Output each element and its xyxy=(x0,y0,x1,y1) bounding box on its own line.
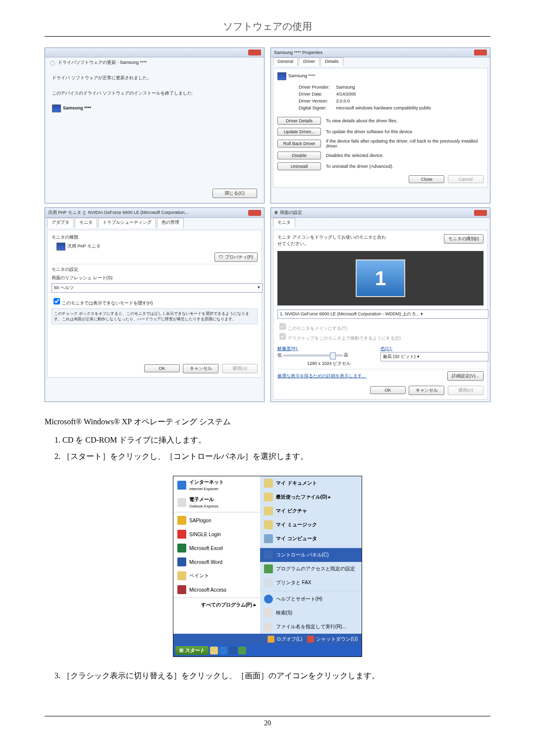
page-number: 20 xyxy=(45,716,490,727)
taskbar-icon[interactable] xyxy=(238,647,246,655)
logoff-button[interactable]: ログオフ(L) xyxy=(268,636,302,643)
ie-icon xyxy=(177,481,186,490)
taskbar-icon[interactable] xyxy=(210,647,218,655)
apply-button: 適用(A) xyxy=(448,386,483,395)
wizard-device-line: このデバイスのドライバ ソフトウェアのインストールを終了しました: xyxy=(52,90,257,97)
cancel-button[interactable]: キャンセル xyxy=(183,364,218,373)
folder-icon xyxy=(264,479,273,488)
tab-color[interactable]: 色の管理 xyxy=(157,218,184,228)
ok-button[interactable]: OK xyxy=(370,386,406,394)
paint-icon xyxy=(177,571,186,580)
excel-icon xyxy=(177,544,186,553)
sm-access[interactable]: Microsoft Access xyxy=(173,583,260,597)
tab-monitor[interactable]: モニタ xyxy=(273,218,295,228)
advanced-link[interactable]: 最適な表示を得るための詳細を表示します。 xyxy=(277,373,367,379)
tab-general[interactable]: General xyxy=(273,57,298,66)
monitor-props-title: 汎用 PnP モニタ と NVIDIA GeForce 6600 LE (Mic… xyxy=(48,209,188,216)
refresh-rate-select[interactable]: 60 ヘルツ▾ xyxy=(52,283,263,293)
tab-driver[interactable]: Driver xyxy=(299,57,320,66)
resolution-value: 1280 x 1024 ピクセル xyxy=(277,358,380,367)
os-heading: Microsoft® Windows® XP オペレーティング システム xyxy=(45,417,490,427)
sm-search[interactable]: 検索(S) xyxy=(260,606,362,620)
driver-props-title: Samsung **** Properties xyxy=(274,50,322,55)
uninstall-button[interactable]: Uninstall xyxy=(277,162,321,170)
adapter-select[interactable]: 1. NVIDIA GeForce 6600 LE (Microsoft Cor… xyxy=(277,309,488,319)
sm-word[interactable]: Microsoft Word xyxy=(173,555,260,569)
tab-troubleshoot[interactable]: トラブルシューティング xyxy=(98,218,156,228)
uninstall-desc: To uninstall the driver (Advanced). xyxy=(326,164,393,169)
sm-my-documents[interactable]: マイ ドキュメント xyxy=(260,476,362,490)
tab-monitor[interactable]: モニタ xyxy=(75,218,97,228)
close-icon[interactable] xyxy=(474,50,487,55)
sm-paint[interactable]: ペイント xyxy=(173,569,260,583)
sm-my-pictures[interactable]: マイ ピクチャ xyxy=(260,504,362,518)
wizard-close-button[interactable]: 閉じる(C) xyxy=(213,189,257,198)
monitor-device-name: 汎用 PnP モニタ xyxy=(67,244,101,249)
main-monitor-checkbox xyxy=(279,323,286,330)
advanced-button[interactable]: 詳細設定(V)... xyxy=(447,371,484,381)
page-title: ソフトウェアの使用 xyxy=(45,20,490,37)
identify-button[interactable]: モニタの識別(I) xyxy=(444,234,484,244)
taskbar-icon[interactable] xyxy=(219,647,227,655)
sm-control-panel[interactable]: コントロール パネル(C) xyxy=(260,548,362,562)
shutdown-button[interactable]: シャットダウン(U) xyxy=(307,636,358,643)
help-icon xyxy=(264,595,273,604)
sm-single-login[interactable]: SINGLE Login xyxy=(173,527,260,541)
logoff-icon xyxy=(268,636,274,643)
sm-run[interactable]: ファイル名を指定して実行(R)... xyxy=(260,620,362,634)
sm-my-computer[interactable]: マイ コンピュータ xyxy=(260,532,362,546)
close-icon[interactable] xyxy=(248,210,261,216)
driver-properties-dialog: Samsung **** Properties General Driver D… xyxy=(270,48,490,203)
hide-modes-checkbox[interactable] xyxy=(54,298,60,304)
sm-help[interactable]: ヘルプとサポート(H) xyxy=(260,592,362,606)
step-2: ［スタート］をクリックし、［コントロールパネル］を選択します。 xyxy=(62,452,490,462)
tab-details[interactable]: Details xyxy=(321,57,343,66)
resolution-slider[interactable] xyxy=(283,354,343,356)
sm-printers-fax[interactable]: プリンタと FAX xyxy=(260,576,362,590)
sm-mail[interactable]: 電子メールOutlook Express xyxy=(173,494,260,511)
main-monitor-label: このモニタをメインにする(T) xyxy=(288,326,347,331)
step-3: ［クラシック表示に切り替える］をクリックし、［画面］のアイコンをクリックします。 xyxy=(62,671,490,681)
hide-modes-label: このモニタでは表示できないモードを隠す(H) xyxy=(62,301,153,305)
properties-button[interactable]: 🛡 プロパティ(P) xyxy=(214,252,258,262)
wizard-breadcrumb: ドライバソフトウェアの更新 - Samsung **** xyxy=(58,59,147,66)
sm-my-music[interactable]: マイ ミュージック xyxy=(260,518,362,532)
display-hint: モニタ アイコンをドラッグしてお使いのモニタと合わせてください。 xyxy=(277,234,386,247)
sm-excel[interactable]: Microsoft Excel xyxy=(173,541,260,555)
run-icon xyxy=(264,622,273,631)
sm-recent[interactable]: 最近使ったファイル(D) ▸ xyxy=(260,490,362,504)
sm-internet[interactable]: インターネットInternet Explorer xyxy=(173,476,260,494)
rollback-driver-button[interactable]: Roll Back Driver xyxy=(277,140,321,148)
program-access-icon xyxy=(264,564,273,573)
sm-saplogon[interactable]: SAPlogon xyxy=(173,513,260,527)
rollback-driver-desc: If the device fails after updating the d… xyxy=(326,139,483,149)
close-icon[interactable] xyxy=(248,50,261,55)
section-monitor-type: モニタの種類 xyxy=(52,234,258,241)
driver-details-button[interactable]: Driver Details xyxy=(277,117,321,125)
search-icon xyxy=(264,608,273,617)
folder-icon xyxy=(264,520,273,529)
refresh-rate-label: 画面のリフレッシュ レート(S): xyxy=(52,275,258,281)
printer-icon xyxy=(264,578,273,587)
cancel-button[interactable]: キャンセル xyxy=(409,386,444,395)
folder-icon xyxy=(264,493,273,502)
close-button[interactable]: Close xyxy=(409,175,444,183)
display-title: 画面の設定 xyxy=(280,210,302,215)
taskbar-icon[interactable] xyxy=(229,647,237,655)
disable-button[interactable]: Disable xyxy=(277,151,321,159)
taskbar: ⊞ スタート xyxy=(173,645,362,656)
hide-modes-note: このチェック ボックスをオフにすると、このモニタでは正しく表示できないモードを選… xyxy=(52,308,258,324)
sm-program-access[interactable]: プログラムのアクセスと既定の設定 xyxy=(260,562,362,576)
color-label: 色(C): xyxy=(380,346,483,352)
color-select[interactable]: 最高 (32 ビット) ▾ xyxy=(380,352,488,361)
monitor-preview[interactable]: 1 xyxy=(277,251,483,305)
tab-adapter[interactable]: アダプタ xyxy=(47,218,74,228)
ok-button[interactable]: OK xyxy=(144,364,180,372)
close-icon[interactable] xyxy=(474,210,487,216)
update-driver-button[interactable]: Update Driver... xyxy=(277,128,321,136)
computer-icon xyxy=(264,534,273,543)
sm-all-programs[interactable]: すべてのプログラム(P) ▸ xyxy=(173,599,260,611)
folder-icon xyxy=(264,506,273,515)
cancel-button: Cancel xyxy=(448,175,483,183)
start-button[interactable]: ⊞ スタート xyxy=(175,646,209,655)
